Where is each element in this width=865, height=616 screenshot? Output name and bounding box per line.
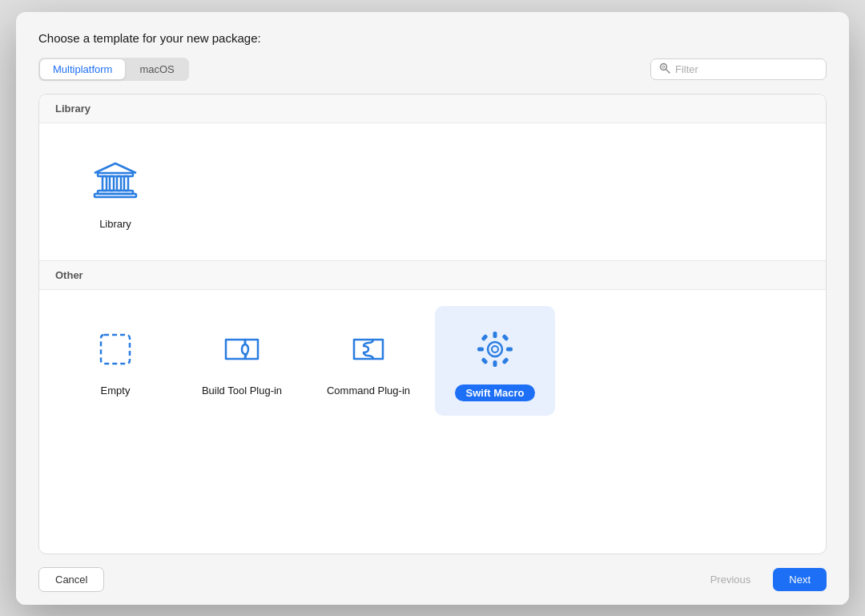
filter-box xyxy=(650,58,827,80)
svg-point-11 xyxy=(488,342,502,356)
library-label: Library xyxy=(99,218,131,230)
template-empty[interactable]: Empty xyxy=(55,306,175,416)
filter-icon xyxy=(659,62,670,76)
empty-label: Empty xyxy=(101,384,131,397)
command-plugin-label: Command Plug-in xyxy=(327,384,410,397)
tabs-container: Multiplatform macOS xyxy=(38,58,189,81)
library-templates-grid: Library xyxy=(39,123,826,260)
template-swift-macro[interactable]: Swift Macro xyxy=(435,306,555,416)
dialog-footer: Cancel Previous Next xyxy=(16,554,849,605)
template-library[interactable]: Library xyxy=(55,139,175,244)
tab-filter-row: Multiplatform macOS xyxy=(38,58,827,81)
other-templates-grid: Empty Build Tool Plug-in xyxy=(39,290,826,432)
tab-multiplatform[interactable]: Multiplatform xyxy=(40,59,125,79)
empty-icon xyxy=(90,324,141,375)
dialog-title: Choose a template for your new package: xyxy=(38,31,827,45)
build-tool-plugin-label: Build Tool Plug-in xyxy=(202,384,282,397)
svg-rect-9 xyxy=(98,173,133,176)
swift-macro-icon xyxy=(469,324,521,375)
previous-button[interactable]: Previous xyxy=(694,568,767,591)
svg-rect-4 xyxy=(95,194,136,197)
library-icon xyxy=(90,157,141,208)
other-section-header: Other xyxy=(39,261,826,290)
library-section: Library xyxy=(39,95,826,260)
other-section: Other Empty xyxy=(39,261,826,432)
filter-input[interactable] xyxy=(675,63,818,75)
svg-rect-16 xyxy=(506,347,513,351)
svg-rect-10 xyxy=(101,335,130,364)
svg-rect-17 xyxy=(481,333,488,340)
svg-rect-7 xyxy=(117,176,121,191)
footer-right-buttons: Previous Next xyxy=(694,568,827,591)
svg-rect-19 xyxy=(501,333,509,340)
svg-rect-15 xyxy=(477,347,484,351)
command-plugin-icon xyxy=(343,324,394,375)
svg-rect-6 xyxy=(110,176,114,191)
svg-point-12 xyxy=(492,346,498,352)
svg-rect-14 xyxy=(493,360,497,367)
svg-rect-8 xyxy=(124,176,128,191)
svg-line-1 xyxy=(666,69,670,72)
dialog-header: Choose a template for your new package: … xyxy=(16,12,849,94)
template-command-plugin[interactable]: Command Plug-in xyxy=(308,306,428,416)
cancel-button[interactable]: Cancel xyxy=(38,567,104,592)
content-area: Library xyxy=(38,94,827,554)
build-tool-plugin-icon xyxy=(216,324,268,375)
swift-macro-label: Swift Macro xyxy=(455,384,536,401)
svg-point-2 xyxy=(662,66,665,68)
template-chooser-dialog: Choose a template for your new package: … xyxy=(16,12,849,605)
svg-rect-5 xyxy=(103,176,107,191)
svg-rect-20 xyxy=(481,356,488,364)
tab-macos[interactable]: macOS xyxy=(127,59,187,79)
svg-rect-13 xyxy=(493,332,497,338)
library-section-header: Library xyxy=(39,95,826,123)
svg-rect-18 xyxy=(501,356,509,364)
template-build-tool-plugin[interactable]: Build Tool Plug-in xyxy=(182,306,302,416)
next-button[interactable]: Next xyxy=(773,568,827,591)
